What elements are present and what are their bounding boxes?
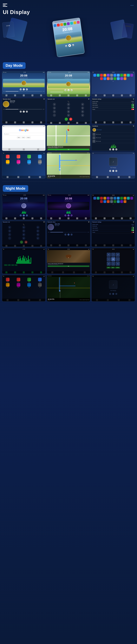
- day-mode-row4: 4G●● Phone Music Maps: [0, 152, 137, 178]
- day-map-screen: Sunny Coffee Modern Restaurant Jl. Raya …: [47, 125, 90, 151]
- day-nav-screen: 📍 18:16 ETA 9.0 mi Start on Longdue Tong…: [47, 152, 90, 178]
- night-bt-music-screen: Bluetooth_Music Music Title Music Album …: [47, 221, 90, 247]
- night-app-grid-screen: 4G20:08●●: [92, 194, 135, 220]
- night-mode-row2: Bluetooth_Call 📞 1 2 3 4 5 6 7 8 9: [0, 221, 137, 247]
- day-bt-music-screen: Bluetooth_Music Music Title Music Album …: [2, 98, 46, 124]
- menu-icon[interactable]: [3, 2, 8, 8]
- header: ··· UI Display: [0, 0, 137, 18]
- day-not-playing-screen: 4G●● ♪ Not Playing ⏮ ▶ ⏭: [92, 152, 135, 178]
- night-music-screen-1: 4G ▲▲20:08●●● 20:08 A blazing galaxy of …: [2, 194, 46, 220]
- hero-tablet: 4G20:08▲▲ 20:08 A blazing galaxy of drea…: [52, 18, 85, 57]
- day-mode-row2: Bluetooth_Music Music Title Music Album …: [0, 98, 137, 124]
- day-bt-call-screen: Bluetooth_Call 📞 123 456 789 *0# 📞 ✖: [47, 98, 90, 124]
- day-carplay-home: 4G●● Phone Music Maps: [2, 152, 46, 178]
- hero-section: 4G20:08▲▲ 20:08 A blazing galaxy of drea…: [0, 18, 137, 57]
- day-social-music-screen: SocialMusic 华乐_01.mp3 华乐_02.mp3: [92, 125, 135, 151]
- night-mode-label: Night Mode: [3, 185, 28, 192]
- night-waveform-screen: 4G17:54●●: [2, 248, 46, 274]
- day-google-screen: 4G●● Google 🔍 Search... Maps News Images: [2, 125, 46, 151]
- day-app-grid-screen: 4G20:08●●: [92, 71, 135, 97]
- night-mode-row1: 4G ▲▲20:08●●● 20:08 A blazing galaxy of …: [0, 194, 137, 220]
- night-not-playing-screen: 4G●● ♪ Not Playing ⏮ ▶ ⏭: [92, 275, 135, 302]
- night-bt-settings-screen: Bluetooth_Settings Device nameCarBT Devi…: [92, 221, 135, 247]
- night-bt-call-screen: Bluetooth_Call 📞 1 2 3 4 5 6 7 8 9: [2, 221, 46, 247]
- day-music-screen-1: 4G ▲▲20:08●●● 20:08 A blazing galaxy of …: [2, 71, 46, 97]
- night-carplay-home: 4G●● Phone Music Ma: [2, 275, 46, 302]
- day-mode-section: Day Mode 4G ▲▲20:08●●● 20:08 A blazing g…: [0, 60, 137, 178]
- night-mode-row3: 4G17:54●●: [0, 248, 137, 274]
- night-mode-row4: 4G●● Phone Music Ma: [0, 275, 137, 302]
- night-music-screen-2: 4G ▲▲20:08●●● 20:08 A blazing galaxy of …: [47, 194, 90, 220]
- day-mode-row1: 4G ▲▲20:08●●● 20:08 A blazing galaxy of …: [0, 71, 137, 97]
- day-mode-label: Day Mode: [3, 62, 26, 69]
- night-mode-section: Night Mode 4G ▲▲20:08●●● 20:08 A blazing…: [0, 183, 137, 302]
- night-nav-arrows-screen: 4G18:03●● ↖ ↑ ↗ ← OK → ↙ ↓ ↘: [92, 248, 135, 274]
- page-title: UI Display: [0, 9, 137, 18]
- day-music-screen-2: 4G ▲▲20:08●●● 20:08 A blazing galaxy of …: [47, 71, 90, 97]
- night-map-screen: 📍 18:19 ETA 9.0 mi 18:16 ETA 9.0 mi S: [47, 275, 90, 302]
- nav-dots[interactable]: ···: [130, 3, 134, 7]
- day-bt-settings-screen: Bluetooth_Settings Device nameCarBT Devi…: [92, 98, 135, 124]
- night-food-screen: 4G19:03●● 🍜 Sunny Coffee Modern Restaura…: [47, 248, 90, 274]
- day-mode-row3: 4G●● Google 🔍 Search... Maps News Images: [0, 125, 137, 151]
